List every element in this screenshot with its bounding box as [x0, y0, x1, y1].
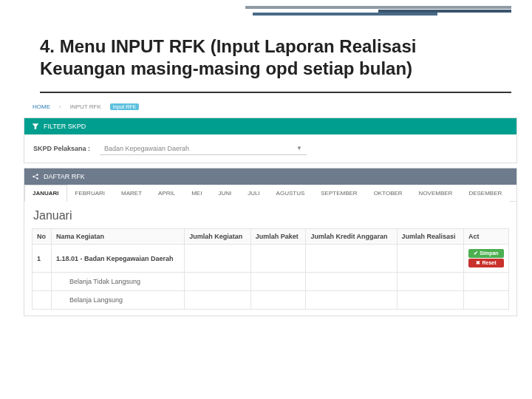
tab-maret[interactable]: MARET [113, 185, 150, 202]
month-tabs: JANUARI FEBRUARI MARET APRIL MEI JUNI JU… [24, 185, 516, 202]
skpd-select-value: Badan Kepegawaian Daerah [104, 145, 189, 152]
col-kredit: Jumlah Kredit Anggaran [306, 229, 397, 245]
filter-panel: FILTER SKPD SKPD Pelaksana : Badan Kepeg… [24, 117, 517, 163]
filter-icon [32, 123, 39, 130]
breadcrumb: HOME › INPUT RFK Input RFK [24, 100, 517, 113]
cell-kredit [306, 245, 397, 273]
chevron-down-icon: ▼ [296, 145, 302, 151]
col-real: Jumlah Realisasi [397, 229, 463, 245]
tab-agustus[interactable]: AGUSTUS [268, 185, 313, 202]
save-button[interactable]: ✔ Simpan [468, 249, 504, 258]
input-jmlkeg[interactable] [189, 295, 245, 305]
tab-oktober[interactable]: OKTOBER [366, 185, 411, 202]
slide-decoration [216, 6, 511, 16]
table-row: Belanja Tidak Langsung [33, 273, 509, 291]
cell-paket [250, 245, 306, 273]
input-jmlkeg[interactable] [189, 276, 245, 287]
tab-november[interactable]: NOVEMBER [411, 185, 461, 202]
input-paket[interactable] [256, 295, 301, 305]
cell-input [397, 291, 463, 310]
cell-input [306, 273, 397, 291]
cell-act: ✔ Simpan ✖ Reset [464, 245, 509, 273]
tab-april[interactable]: APRIL [150, 185, 183, 202]
cell-sub1: Belanja Tidak Langsung [52, 273, 185, 291]
svg-point-1 [36, 174, 38, 176]
share-icon [32, 173, 39, 180]
cell-jmlkeg [185, 245, 250, 273]
input-real[interactable] [402, 276, 459, 287]
crumb-home[interactable]: HOME [28, 102, 55, 112]
col-jmlkeg: Jumlah Kegiatan [185, 229, 250, 245]
input-kredit[interactable] [310, 295, 392, 305]
cell-no [33, 273, 52, 291]
title-rule [40, 92, 511, 93]
table-row: 1 1.18.01 - Badan Kepegawaian Daerah ✔ S… [33, 245, 509, 273]
reset-button[interactable]: ✖ Reset [468, 259, 504, 267]
active-month-title: Januari [32, 202, 509, 228]
skpd-label: SKPD Pelaksana : [33, 145, 92, 152]
tab-februari[interactable]: FEBRUARI [67, 185, 113, 202]
cell-input [185, 291, 250, 310]
filter-panel-head: FILTER SKPD [24, 118, 516, 134]
col-act: Act [464, 229, 509, 245]
table-header-row: No Nama Kegiatan Jumlah Kegiatan Jumlah … [33, 229, 509, 245]
col-nama: Nama Kegiatan [52, 229, 185, 245]
crumb-badge: Input RFK [110, 103, 140, 110]
input-paket[interactable] [256, 276, 301, 287]
skpd-select[interactable]: Badan Kepegawaian Daerah ▼ [100, 142, 307, 155]
input-real[interactable] [402, 295, 459, 305]
cell-real [397, 245, 463, 273]
tab-juni[interactable]: JUNI [210, 185, 239, 202]
crumb-sep: › [59, 103, 61, 110]
tab-mei[interactable]: MEI [183, 185, 210, 202]
tab-september[interactable]: SEPTEMBER [313, 185, 365, 202]
cell-no [33, 291, 52, 310]
cell-act [464, 291, 509, 310]
filter-panel-title: FILTER SKPD [44, 123, 86, 130]
tab-desember[interactable]: DESEMBER [460, 185, 510, 202]
table-row: Belanja Langsung [33, 291, 509, 310]
col-paket: Jumlah Paket [250, 229, 306, 245]
cell-input [185, 273, 250, 291]
app-screenshot: HOME › INPUT RFK Input RFK FILTER SKPD S… [24, 100, 517, 316]
list-panel-head: DAFTAR RFK [24, 168, 516, 185]
svg-point-0 [33, 176, 35, 178]
cell-input [250, 273, 306, 291]
col-no: No [33, 229, 52, 245]
cell-no: 1 [33, 245, 52, 273]
cell-act [464, 273, 509, 291]
tab-januari[interactable]: JANUARI [24, 185, 67, 202]
cell-input [397, 273, 463, 291]
list-panel: DAFTAR RFK JANUARI FEBRUARI MARET APRIL … [24, 168, 517, 316]
rfk-table: No Nama Kegiatan Jumlah Kegiatan Jumlah … [32, 228, 509, 310]
cell-input [250, 291, 306, 310]
cell-nama: 1.18.01 - Badan Kepegawaian Daerah [52, 245, 185, 273]
cell-input [306, 291, 397, 310]
input-kredit[interactable] [310, 276, 392, 287]
tab-juli[interactable]: JULI [239, 185, 267, 202]
list-panel-title: DAFTAR RFK [44, 173, 85, 180]
svg-point-2 [36, 177, 38, 180]
crumb-page: INPUT RFK [66, 102, 106, 112]
cell-sub2: Belanja Langsung [52, 291, 185, 310]
